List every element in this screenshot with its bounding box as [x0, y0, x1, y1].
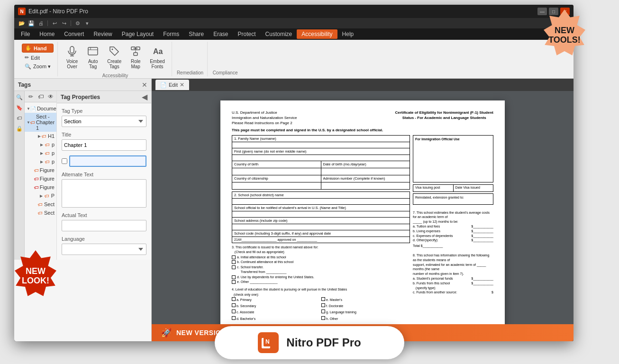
pdf-s4-grid: a. Primary e. Master's b. Secondary f. D…: [232, 297, 410, 321]
pdf-visa-row: Visa issuing post Date Visa issued: [413, 184, 493, 192]
sidebar-tag-button[interactable]: 🏷: [15, 114, 24, 122]
title-bar: N Edit.pdf - Nitro PDF Pro — □ ✕: [14, 5, 573, 18]
sidebar-bookmark-button[interactable]: 🔖: [15, 103, 24, 112]
pdf-dob-val: [321, 168, 410, 175]
menu-customize[interactable]: Customize: [261, 29, 297, 39]
alt-text-textarea[interactable]: [62, 179, 146, 208]
pdf-tab-edit[interactable]: 📄 Edit ✕: [155, 80, 189, 90]
title-input[interactable]: [62, 139, 146, 151]
tree-item-figure2[interactable]: 🏷 Figure: [25, 174, 56, 183]
pdf-s4-f: f. Doctorate: [321, 303, 410, 309]
qa-more-button[interactable]: ▾: [83, 19, 91, 27]
tree-item-h1[interactable]: ▶ 🏷 H1: [25, 132, 56, 140]
pdf-tab-close[interactable]: ✕: [180, 82, 184, 88]
tree-expand-p3[interactable]: ▶: [39, 159, 44, 164]
qa-settings-button[interactable]: ⚙: [74, 19, 82, 27]
tree-expand-document[interactable]: ▼: [27, 106, 30, 111]
tree-item-figure1[interactable]: 🏷 Figure: [25, 166, 56, 174]
sidebar-lock-button[interactable]: 🔒: [15, 124, 24, 133]
pdf-row-citizenship: Country of citizenship Admission number …: [232, 175, 410, 182]
pdf-s3-a: a. Initial attendance at this school: [232, 255, 410, 260]
edit-button[interactable]: ✏ Edit: [22, 54, 54, 62]
tree-item-sect2[interactable]: 🏷 Sect: [25, 209, 56, 217]
prop-checkbox[interactable]: [62, 158, 67, 164]
svg-rect-0: [70, 46, 74, 53]
zoom-button[interactable]: 🔍 Zoom ▾: [22, 63, 54, 71]
pdf-two-col: 1. Family Name (surname) First (given) n…: [232, 135, 493, 324]
menu-file[interactable]: File: [16, 29, 35, 39]
menu-erase[interactable]: Erase: [209, 29, 233, 39]
tags-tool-tag[interactable]: 🏷: [36, 92, 45, 101]
menu-accessibility[interactable]: Accessibility: [297, 29, 337, 39]
p1-icon: 🏷: [45, 141, 51, 148]
actual-text-input[interactable]: [62, 220, 146, 231]
menu-protect[interactable]: Protect: [233, 29, 261, 39]
promo-app-name: Nitro PDF Pro: [286, 336, 361, 349]
sidebar-magnify-button[interactable]: 🔍: [15, 93, 24, 101]
maximize-button[interactable]: □: [549, 8, 558, 15]
voice-over-label: VoiceOver: [66, 59, 78, 69]
props-content: Tag Type Section Paragraph Heading Figur…: [57, 103, 151, 260]
role-map-label: RoleMap: [131, 59, 141, 69]
tree-expand-p2[interactable]: ▶: [39, 150, 44, 156]
embed-fonts-button[interactable]: Aa EmbedFonts: [147, 43, 168, 71]
tree-expand-h1[interactable]: ▶: [37, 133, 42, 139]
tags-tree[interactable]: ▼ 📄 Document ▼ 🏷 Sect - Chapter 1: [25, 102, 56, 260]
tag-type-select[interactable]: Section Paragraph Heading Figure: [62, 116, 146, 127]
qa-redo-button[interactable]: ↪: [60, 19, 68, 27]
embed-fonts-icon: Aa: [151, 45, 164, 58]
tree-item-sect-chapter1[interactable]: ▼ 🏷 Sect - Chapter 1: [25, 113, 56, 132]
voice-over-button[interactable]: VoiceOver: [63, 43, 82, 71]
create-tags-label: CreateTags: [107, 59, 121, 69]
tree-item-document[interactable]: ▼ 📄 Document: [25, 104, 56, 113]
quick-access-toolbar: 📂 💾 🖨 ↩ ↪ ⚙ ▾: [14, 18, 573, 28]
tags-tool-eye[interactable]: 👁: [46, 92, 55, 101]
id-input[interactable]: [69, 155, 146, 167]
tags-close-button[interactable]: ✕: [142, 81, 147, 89]
auto-tag-icon: [86, 45, 100, 58]
tree-item-sect1[interactable]: 🏷 Sect: [25, 200, 56, 209]
menu-review[interactable]: Review: [89, 29, 117, 39]
menu-convert[interactable]: Convert: [59, 29, 89, 39]
pdf-header-right: Certificate of Eligibility for Nonimmigr…: [395, 110, 493, 126]
pdf-visa-date-label: Date Visa issued: [454, 185, 493, 191]
qa-undo-button[interactable]: ↩: [51, 19, 58, 27]
language-select[interactable]: English Spanish French: [62, 244, 146, 255]
pdf-s4-e: e. Master's: [321, 297, 410, 302]
qa-open-button[interactable]: 📂: [18, 19, 26, 27]
menu-help[interactable]: Help: [337, 29, 359, 39]
tree-expand-sect[interactable]: ▼: [27, 119, 30, 125]
tree-item-p2[interactable]: ▶ 🏷 p: [25, 149, 56, 157]
zoom-icon: 🔍: [25, 64, 31, 70]
auto-tag-button[interactable]: AutoTag: [83, 43, 102, 71]
hand-icon: ✋: [25, 45, 32, 51]
props-back-button[interactable]: ◀: [142, 92, 147, 101]
tree-label-p2: p: [52, 150, 55, 156]
tree-expand-p1[interactable]: ▶: [39, 142, 44, 147]
menu-share[interactable]: Share: [184, 29, 209, 39]
prop-group-actual-text: Actual Text: [62, 212, 146, 231]
tags-tool-pencil[interactable]: ✏: [27, 92, 35, 101]
pdf-s3-b: b. Continued attendance at this school: [232, 260, 410, 265]
tree-item-figure3[interactable]: 🏷 Figure: [25, 183, 56, 191]
pdf-immigration-box: For Immigration Official Use: [413, 135, 493, 182]
tree-expand-p4[interactable]: ▶: [39, 193, 44, 199]
tree-item-p4[interactable]: ▶ 🏷 P: [25, 191, 56, 200]
menu-page-layout[interactable]: Page Layout: [117, 29, 158, 39]
qa-print-button[interactable]: 🖨: [37, 19, 45, 27]
menu-home[interactable]: Home: [35, 29, 59, 39]
document-icon: 📄: [30, 105, 36, 112]
edit-label: Edit: [31, 55, 40, 61]
tree-item-p3[interactable]: ▶ 🏷 p: [25, 157, 56, 166]
tree-label-figure3: Figure: [40, 184, 55, 190]
create-tags-button[interactable]: CreateTags: [104, 43, 124, 71]
tree-item-p1[interactable]: ▶ 🏷 p: [25, 140, 56, 149]
menu-forms[interactable]: Forms: [158, 29, 184, 39]
tree-expand-sect1: [33, 201, 37, 207]
role-map-button[interactable]: RoleMap: [126, 43, 145, 71]
minimize-button[interactable]: —: [537, 8, 547, 15]
qa-save-button[interactable]: 💾: [27, 19, 35, 27]
hand-button[interactable]: ✋ Hand: [22, 44, 54, 53]
figure2-icon: 🏷: [34, 175, 39, 182]
pdf-content[interactable]: U.S. Department of Justice Immigration a…: [152, 91, 573, 324]
